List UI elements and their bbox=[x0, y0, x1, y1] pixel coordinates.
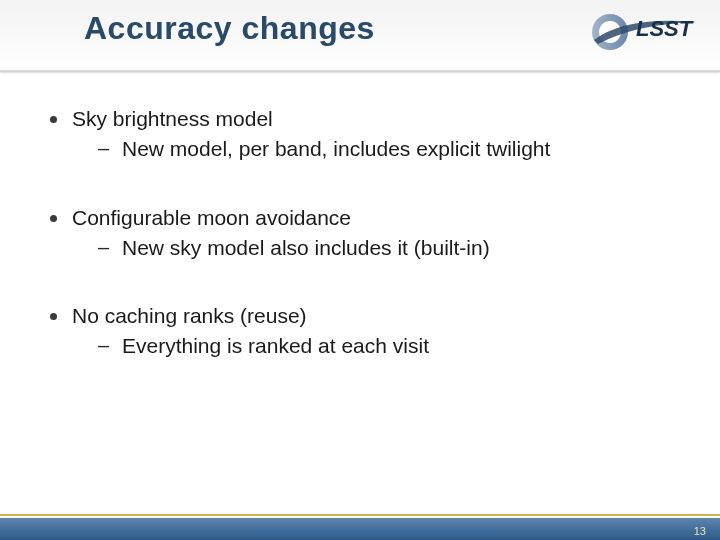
slide: Accuracy changes LSST Sky brightness mod… bbox=[0, 0, 720, 540]
sub-bullet: New model, per band, includes explicit t… bbox=[72, 136, 666, 162]
bullet-text: Sky brightness model bbox=[72, 107, 273, 130]
sub-bullet-text: New model, per band, includes explicit t… bbox=[122, 137, 550, 160]
svg-text:LSST: LSST bbox=[636, 16, 694, 41]
sub-bullet-text: Everything is ranked at each visit bbox=[122, 334, 429, 357]
sub-bullet: New sky model also includes it (built-in… bbox=[72, 235, 666, 261]
bullet-item: No caching ranks (reuse) Everything is r… bbox=[46, 303, 666, 360]
bullet-item: Configurable moon avoidance New sky mode… bbox=[46, 205, 666, 262]
sub-bullet: Everything is ranked at each visit bbox=[72, 333, 666, 359]
footer: 13 bbox=[0, 512, 720, 540]
bullet-text: No caching ranks (reuse) bbox=[72, 304, 307, 327]
slide-title: Accuracy changes bbox=[84, 10, 375, 47]
footer-accent-line bbox=[0, 514, 720, 516]
footer-bar bbox=[0, 518, 720, 540]
content-area: Sky brightness model New model, per band… bbox=[46, 106, 666, 402]
bullet-item: Sky brightness model New model, per band… bbox=[46, 106, 666, 163]
header-divider bbox=[0, 70, 720, 72]
bullet-text: Configurable moon avoidance bbox=[72, 206, 351, 229]
sub-bullet-text: New sky model also includes it (built-in… bbox=[122, 236, 490, 259]
lsst-logo: LSST bbox=[586, 6, 702, 58]
page-number: 13 bbox=[694, 525, 706, 537]
